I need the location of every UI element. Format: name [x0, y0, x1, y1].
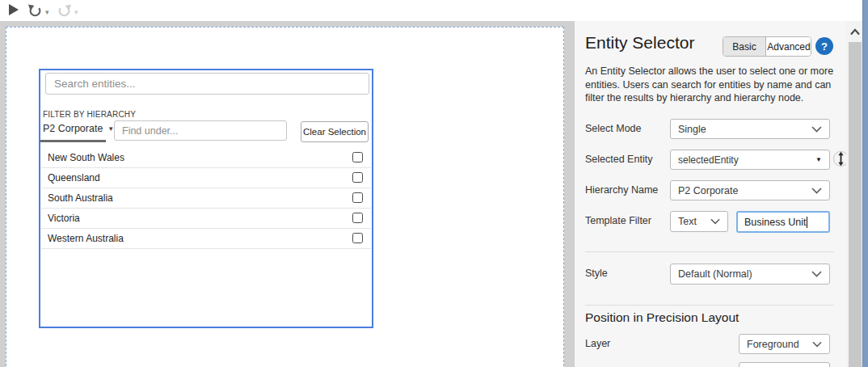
position-section-heading: Position in Precision Layout [585, 310, 739, 325]
caret-down-icon: ▼ [815, 156, 822, 163]
chevron-down-icon [811, 268, 822, 280]
entity-name: New South Wales [41, 152, 124, 163]
entity-list: New South Wales Queensland South Austral… [41, 148, 371, 249]
layer-value: Foreground [747, 339, 812, 350]
chevron-down-icon [811, 185, 822, 196]
style-label: Style [585, 268, 608, 279]
clear-selection-button[interactable]: Clear Selection [301, 121, 369, 142]
scrollbar-thumb[interactable] [849, 42, 862, 367]
run-preview-button[interactable] [8, 3, 19, 19]
hierarchy-dropdown-value: P2 Corporate [43, 123, 103, 134]
template-filter-label: Template Filter [585, 215, 651, 226]
hierarchy-tab-underline [40, 140, 106, 142]
redo-dropdown-caret-icon[interactable]: ▾ [74, 9, 78, 16]
divider [585, 251, 834, 252]
chevron-up-icon [850, 24, 860, 39]
basic-advanced-toggle: Basic Advanced [723, 36, 811, 57]
entity-checkbox[interactable] [352, 213, 363, 223]
layer-dropdown[interactable]: Foreground [739, 334, 830, 354]
help-icon[interactable]: ? [815, 37, 833, 55]
chevron-down-icon [710, 216, 720, 227]
entity-name: Western Australia [41, 233, 124, 244]
entity-name: South Australia [41, 192, 113, 204]
template-filter-text-value: Business Unit [744, 217, 806, 228]
page-canvas[interactable]: FILTER BY HIERARCHY P2 Corporate ▼ Clear… [6, 27, 564, 367]
template-filter-type-value: Text [678, 216, 710, 227]
undo-button[interactable]: ▾ [27, 3, 49, 22]
top-toolbar: ▾ ▾ [0, 0, 868, 21]
scroll-up-button[interactable] [846, 24, 863, 39]
hierarchy-name-dropdown[interactable]: P2 Corporate [670, 180, 830, 200]
entity-name: Queensland [41, 172, 100, 184]
selected-entity-dropdown[interactable]: selectedEntity ▼ [670, 150, 830, 170]
tab-basic[interactable]: Basic [723, 37, 766, 56]
template-filter-text-input[interactable]: Business Unit [736, 211, 830, 233]
entity-row[interactable]: New South Wales [41, 148, 371, 168]
entity-row[interactable]: Victoria [41, 209, 371, 229]
hierarchy-name-value: P2 Corporate [678, 185, 811, 196]
panel-title: Entity Selector [585, 33, 694, 53]
entity-row[interactable]: Western Australia [41, 229, 371, 249]
entity-checkbox[interactable] [352, 172, 363, 183]
design-workarea: FILTER BY HIERARCHY P2 Corporate ▼ Clear… [0, 21, 575, 367]
style-value: Default (Normal) [678, 268, 811, 280]
properties-panel: Entity Selector Basic Advanced ? An Enti… [575, 21, 846, 367]
entity-row[interactable]: South Australia [41, 188, 371, 209]
entity-checkbox[interactable] [352, 152, 363, 162]
app-window: ▾ ▾ FILTER BY HIERARCHY P2 Corporate ▼ [0, 0, 868, 367]
tab-advanced[interactable]: Advanced [766, 37, 811, 56]
filter-by-hierarchy-label: FILTER BY HIERARCHY [43, 110, 136, 119]
layer-label: Layer [585, 338, 610, 349]
widget-description: An Entity Selector allows the user to se… [585, 65, 836, 105]
style-dropdown[interactable]: Default (Normal) [670, 264, 830, 285]
window-edge-strip [862, 0, 868, 367]
entity-selector-widget[interactable]: FILTER BY HIERARCHY P2 Corporate ▼ Clear… [39, 69, 373, 328]
play-icon [8, 3, 19, 19]
entity-row[interactable]: Queensland [41, 168, 371, 188]
entity-checkbox[interactable] [352, 192, 363, 203]
entity-name: Victoria [41, 213, 80, 224]
divider [585, 305, 834, 306]
selected-entity-label: Selected Entity [585, 154, 652, 165]
select-mode-dropdown[interactable]: Single [670, 119, 830, 139]
entity-checkbox[interactable] [352, 233, 363, 243]
chevron-down-icon [812, 339, 822, 350]
redo-icon [57, 3, 72, 22]
hierarchy-name-label: Hierarchy Name [585, 184, 658, 196]
search-entities-input[interactable] [45, 73, 369, 95]
panel-scrollbar[interactable] [846, 21, 863, 367]
select-mode-label: Select Mode [585, 123, 641, 134]
selected-entity-value: selectedEntity [678, 154, 815, 166]
template-filter-type-dropdown[interactable]: Text [670, 211, 728, 232]
text-cursor [807, 217, 807, 228]
hierarchy-dropdown[interactable]: P2 Corporate ▼ [43, 123, 114, 134]
redo-button[interactable]: ▾ [57, 3, 78, 22]
find-under-input[interactable] [114, 120, 287, 141]
chevron-down-icon [811, 124, 822, 135]
select-mode-value: Single [678, 124, 811, 135]
partial-dropdown[interactable] [739, 362, 830, 367]
undo-dropdown-caret-icon[interactable]: ▾ [45, 9, 49, 16]
undo-icon [27, 3, 43, 22]
